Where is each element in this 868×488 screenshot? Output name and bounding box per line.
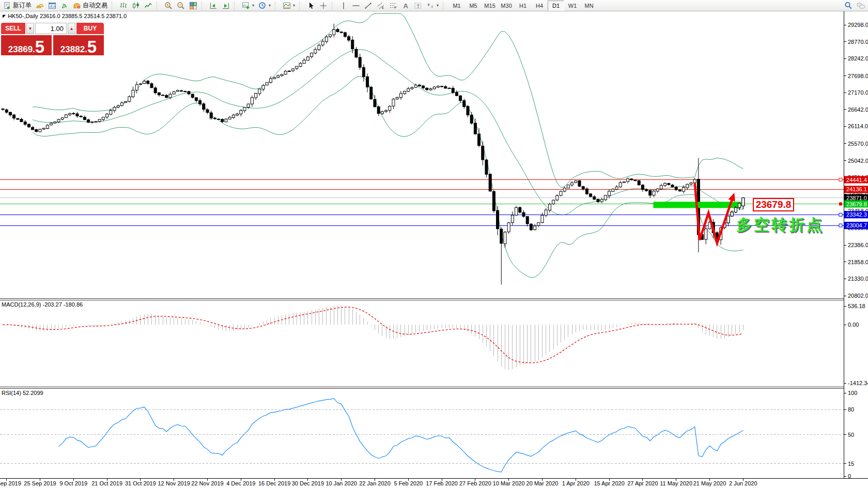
cursor-button[interactable]	[305, 0, 317, 11]
svg-text:3 Sep 2019: 3 Sep 2019	[0, 480, 21, 486]
volume-down-button[interactable]: ▼	[26, 23, 34, 34]
svg-text:10 Mar 2020: 10 Mar 2020	[493, 480, 525, 486]
svg-text:E: E	[382, 6, 384, 9]
timeframe-button-m30[interactable]: M30	[498, 1, 515, 11]
arrows-button[interactable]: ▾	[424, 0, 441, 11]
crosshair-icon	[319, 2, 328, 10]
svg-text:10 Jan 2020: 10 Jan 2020	[326, 480, 357, 486]
search-button[interactable]	[842, 0, 855, 11]
svg-text:22 Nov 2019: 22 Nov 2019	[191, 480, 223, 486]
crosshair-button[interactable]	[317, 0, 330, 11]
svg-text:2 Jun 2020: 2 Jun 2020	[729, 480, 757, 486]
svg-text:1 Apr 2020: 1 Apr 2020	[562, 480, 590, 486]
candlestick-chart-button[interactable]	[130, 0, 142, 11]
zoom-out-icon	[177, 2, 185, 10]
svg-text:23342.3: 23342.3	[846, 211, 867, 218]
timeframe-button-m1[interactable]: M1	[448, 1, 465, 11]
sell-price-button[interactable]: 23869.5	[1, 35, 52, 55]
bar-chart-button[interactable]	[117, 0, 130, 11]
chevron-down-icon: ▾	[252, 4, 254, 8]
buy-button[interactable]: BUY	[76, 23, 104, 34]
line-chart-icon	[144, 2, 152, 10]
svg-text:21858.0: 21858.0	[848, 259, 868, 265]
text-label-button[interactable]: T	[412, 0, 424, 11]
indicators-button[interactable]: ▾	[281, 0, 297, 11]
timeframe-button-m15[interactable]: M15	[482, 1, 498, 11]
svg-text:22 Jan 2020: 22 Jan 2020	[359, 480, 391, 486]
gold-icon	[36, 2, 44, 10]
zoom-in-icon	[164, 2, 173, 10]
svg-text:28242.0: 28242.0	[848, 55, 868, 62]
tile-windows-button[interactable]	[187, 0, 199, 11]
svg-text:23004.7: 23004.7	[846, 222, 867, 228]
svg-text:15: 15	[848, 461, 854, 467]
price-tag-annotation[interactable]: 23679.8	[753, 199, 794, 211]
toolbar-separator	[202, 2, 206, 10]
cursor-icon	[307, 2, 315, 10]
tile-windows-icon	[189, 2, 197, 10]
svg-text:16 Dec 2019: 16 Dec 2019	[258, 480, 290, 486]
profiles-button[interactable]: ▾	[256, 0, 273, 11]
channel-icon: E	[377, 2, 385, 10]
chart-canvas[interactable]: 23679.8多空转折点多空转折点MACD(12,26,9) -203.27 -…	[0, 0, 868, 488]
line-chart-button[interactable]	[142, 0, 154, 11]
zoom-out-button[interactable]	[175, 0, 187, 11]
chart-shift-icon	[222, 2, 230, 10]
horizontal-line-icon	[352, 2, 360, 10]
one-click-top-row: SELL ▼ ▲ BUY	[1, 23, 104, 34]
horizontal-line-button[interactable]	[350, 0, 362, 11]
chevron-down-icon: ▾	[437, 4, 439, 8]
toolbar-separator	[332, 2, 336, 10]
svg-text:30 Dec 2019: 30 Dec 2019	[292, 480, 324, 486]
svg-text:4 Dec 2019: 4 Dec 2019	[226, 480, 255, 486]
svg-text:12 Nov 2019: 12 Nov 2019	[158, 480, 190, 486]
svg-text:20802.0: 20802.0	[848, 293, 868, 299]
trendline-icon	[364, 2, 373, 10]
auto-scroll-button[interactable]	[207, 0, 220, 11]
chat-icon	[857, 2, 865, 10]
timeframe-button-mn[interactable]: MN	[581, 1, 597, 11]
text-button[interactable]: A	[399, 0, 412, 11]
chart-caption-arrow-icon: ◤	[3, 14, 6, 19]
volume-up-button[interactable]: ▲	[68, 23, 75, 34]
channel-button[interactable]: E	[375, 0, 387, 11]
arrows-icon	[426, 2, 435, 10]
trendline-button[interactable]	[362, 0, 375, 11]
cn-text-annotation[interactable]: 多空转折点多空转折点	[736, 216, 825, 234]
chevron-down-icon: ▾	[293, 4, 295, 8]
zoom-in-button[interactable]	[162, 0, 175, 11]
new-chart-button[interactable]: ▾	[240, 0, 256, 11]
autotrading-button[interactable]: 自动交易	[71, 0, 110, 11]
svg-text:25570.0: 25570.0	[848, 141, 868, 147]
svg-text:15 Apr 2020: 15 Apr 2020	[594, 480, 624, 486]
svg-text:25042.0: 25042.0	[848, 158, 868, 164]
timeframe-button-w1[interactable]: W1	[564, 1, 581, 11]
autotrading-button-label: 自动交易	[83, 1, 107, 10]
svg-text:26114.0: 26114.0	[848, 123, 868, 129]
new-order-button[interactable]: 新订单	[1, 0, 34, 11]
timeframe-button-m5[interactable]: M5	[465, 1, 482, 11]
toolbar-separator	[112, 2, 116, 10]
svg-text:9 Oct 2019: 9 Oct 2019	[59, 480, 87, 486]
fibonacci-button[interactable]: F	[387, 0, 399, 11]
timeframe-button-h4[interactable]: H4	[531, 1, 548, 11]
chart-caption-text: HK50-,Daily 23616.0 23885.5 23514.5 2387…	[8, 13, 127, 19]
svg-text:A: A	[404, 2, 409, 9]
buy-price-button[interactable]: 23882.5	[53, 35, 104, 55]
chevron-down-icon: ▾	[269, 4, 271, 8]
svg-text:27170.0: 27170.0	[848, 89, 868, 96]
chart-shift-button[interactable]	[220, 0, 232, 11]
vertical-line-button[interactable]	[337, 0, 350, 11]
market-watch-button[interactable]	[46, 0, 58, 11]
timeframe-button-d1[interactable]: D1	[548, 1, 564, 11]
timeframe-button-h1[interactable]: H1	[515, 1, 531, 11]
signals-button[interactable]	[58, 0, 71, 11]
sell-button[interactable]: SELL	[1, 23, 25, 34]
volume-input[interactable]	[35, 23, 67, 34]
toolbar-separator	[299, 2, 303, 10]
chat-button[interactable]	[855, 0, 867, 11]
rsi-label: RSI(14) 52.2099	[2, 390, 43, 396]
vertical-line-icon	[339, 2, 348, 10]
gold-button[interactable]	[34, 0, 46, 11]
svg-text:50: 50	[848, 432, 854, 438]
